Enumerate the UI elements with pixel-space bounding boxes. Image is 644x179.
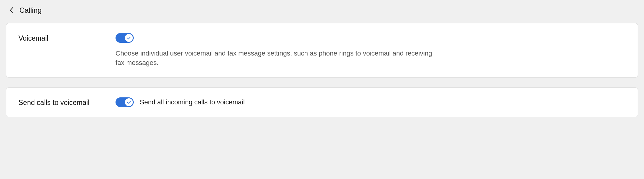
page-header: Calling <box>6 6 638 15</box>
voicemail-card: Voicemail Choose individual user voicema… <box>6 23 638 78</box>
voicemail-description: Choose individual user voicemail and fax… <box>116 49 437 68</box>
voicemail-setting-row: Voicemail Choose individual user voicema… <box>18 33 626 68</box>
send-calls-content: Send all incoming calls to voicemail <box>116 97 626 107</box>
send-calls-inline-row: Send all incoming calls to voicemail <box>116 97 626 107</box>
send-calls-label: Send calls to voicemail <box>18 97 116 107</box>
back-button[interactable] <box>8 7 15 13</box>
voicemail-content: Choose individual user voicemail and fax… <box>116 33 626 68</box>
send-calls-inline-label: Send all incoming calls to voicemail <box>140 98 245 106</box>
voicemail-label: Voicemail <box>18 33 116 42</box>
page-title: Calling <box>19 6 42 15</box>
send-calls-card: Send calls to voicemail Send all incomin… <box>6 87 638 117</box>
voicemail-toggle[interactable] <box>116 33 134 43</box>
check-icon <box>127 100 131 104</box>
send-calls-toggle[interactable] <box>116 97 134 107</box>
check-icon <box>127 36 131 40</box>
toggle-knob <box>125 98 133 106</box>
send-calls-setting-row: Send calls to voicemail Send all incomin… <box>18 97 626 107</box>
toggle-knob <box>125 34 133 42</box>
chevron-left-icon <box>9 7 14 14</box>
